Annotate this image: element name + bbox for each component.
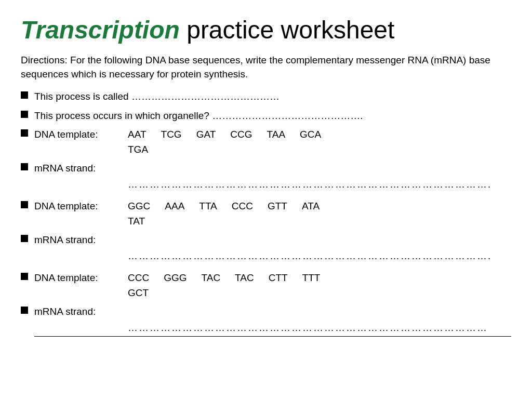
mrna1-label: mRNA strand: (34, 163, 96, 174)
dna2-codon-2: AAA (165, 199, 184, 214)
mrna2-label: mRNA strand: (34, 234, 96, 245)
dna3-codon-5: CTT (269, 271, 288, 286)
bullet-icon-8 (21, 307, 28, 314)
mrna2-content: mRNA strand: ………………………………………………………………………… (34, 233, 511, 267)
bullet-icon-6 (21, 235, 28, 242)
list-item-process-organelle: This process occurs in which organelle? … (21, 109, 511, 124)
title-bold-part: Transcription (21, 16, 180, 44)
dna3-extra: GCT (34, 287, 149, 298)
dna2-codon-1: GGC (128, 199, 150, 214)
list-item-mrna3: mRNA strand: ………………………………………………………………………… (21, 304, 511, 337)
mrna2-dots: ………………………………………………………………………………………. (34, 249, 511, 264)
list-item-dna1: DNA template: AAT TCG GAT CCG TAA GCA TG… (21, 127, 511, 157)
list-item-dna2: DNA template: GGC AAA TTA CCC GTT ATA TA… (21, 199, 511, 229)
dna2-row: DNA template: GGC AAA TTA CCC GTT ATA (34, 199, 511, 214)
dna1-extra: TGA (34, 144, 148, 155)
dna2-codons: GGC AAA TTA CCC GTT ATA (128, 199, 320, 214)
dna1-codon-5: TAA (267, 127, 286, 142)
bullet-icon-3 (21, 129, 28, 137)
dna3-codon-6: TTT (302, 271, 321, 286)
dna3-codon-4: TAC (235, 271, 254, 286)
list-item-mrna2: mRNA strand: ………………………………………………………………………… (21, 233, 511, 267)
process-organelle-text: This process occurs in which organelle? … (34, 109, 511, 124)
process-called-text: This process is called ……………………………………… (34, 89, 511, 104)
dna1-label: DNA template: (34, 127, 128, 142)
mrna3-dots: ……………………………………………………………………………………… (34, 321, 511, 337)
dna3-codon-2: GGG (164, 271, 187, 286)
mrna1-dots: ………………………………………………………………………………………. (34, 177, 511, 192)
dna3-row: DNA template: CCC GGG TAC TAC CTT TTT (34, 271, 511, 286)
dna3-content: DNA template: CCC GGG TAC TAC CTT TTT GC… (34, 271, 511, 300)
dna2-extra: TAT (34, 216, 145, 227)
dna1-codons: AAT TCG GAT CCG TAA GCA (128, 127, 321, 142)
list-item-process-called: This process is called ……………………………………… (21, 89, 511, 104)
dna2-codon-4: CCC (232, 199, 253, 214)
title-regular-part: practice worksheet (180, 16, 395, 44)
dna3-label: DNA template: (34, 271, 128, 286)
dna2-codon-3: TTA (199, 199, 217, 214)
dna1-codon-2: TCG (161, 127, 182, 142)
dna1-codon-1: AAT (128, 127, 147, 142)
dna3-codon-1: CCC (128, 271, 149, 286)
dna2-label: DNA template: (34, 199, 128, 214)
dna2-content: DNA template: GGC AAA TTA CCC GTT ATA TA… (34, 199, 511, 229)
bullet-icon-4 (21, 163, 28, 170)
bullet-icon-7 (21, 273, 28, 280)
page-title: Transcription practice worksheet (21, 16, 511, 44)
dna1-codon-4: CCG (230, 127, 252, 142)
mrna1-content: mRNA strand: ………………………………………………………………………… (34, 161, 511, 195)
dna3-codons: CCC GGG TAC TAC CTT TTT (128, 271, 320, 286)
dna1-content: DNA template: AAT TCG GAT CCG TAA GCA TG… (34, 127, 511, 157)
mrna3-label: mRNA strand: (34, 306, 96, 317)
mrna3-content: mRNA strand: ………………………………………………………………………… (34, 304, 511, 337)
dna1-row: DNA template: AAT TCG GAT CCG TAA GCA (34, 127, 511, 142)
dna3-codon-3: TAC (202, 271, 221, 286)
bullet-icon-5 (21, 201, 28, 208)
dna1-codon-3: GAT (196, 127, 216, 142)
list-item-mrna1: mRNA strand: ………………………………………………………………………… (21, 161, 511, 195)
bullet-icon-1 (21, 91, 28, 99)
directions-text: Directions: For the following DNA base s… (21, 54, 511, 81)
list-item-dna3: DNA template: CCC GGG TAC TAC CTT TTT GC… (21, 271, 511, 300)
bullet-icon-2 (21, 111, 28, 118)
main-list: This process is called ……………………………………… T… (21, 89, 511, 337)
dna2-codon-6: ATA (302, 199, 320, 214)
dna2-codon-5: GTT (268, 199, 287, 214)
dna1-codon-6: GCA (300, 127, 321, 142)
